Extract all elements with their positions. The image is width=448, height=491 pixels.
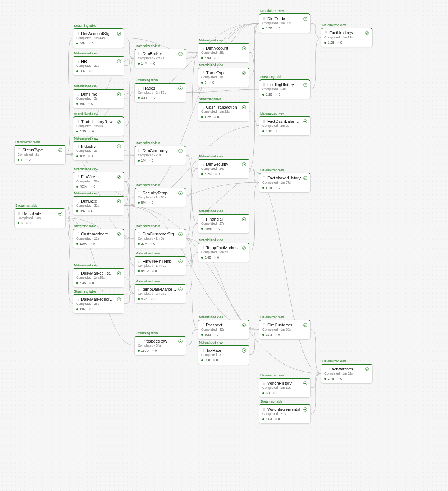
- node-metrics: 5.4B≡0: [76, 281, 121, 285]
- node-row-count: 5: [205, 81, 206, 84]
- svg-point-207: [263, 85, 264, 86]
- node-factHoldings[interactable]: Materialized viewFactHoldingsCompleted ·…: [321, 28, 373, 47]
- node-row-count: 1.2B: [266, 93, 273, 96]
- svg-point-24: [78, 61, 79, 62]
- status-dot-icon: [201, 82, 203, 84]
- edge-dimCustomerStg-prospect: [186, 238, 198, 329]
- node-holdingHistory[interactable]: Streaming tableHoldingHistoryCompleted ·…: [259, 79, 311, 99]
- node-trades[interactable]: Streaming tableTradesCompleted · 2m 53s3…: [134, 83, 186, 103]
- node-tradeHistoryRaw[interactable]: Materialized viewTradeHistoryRawComplete…: [73, 116, 124, 136]
- node-watchHistory[interactable]: Materialized viewWatchHistoryCompleted ·…: [259, 378, 311, 398]
- bars-icon: ≡: [149, 159, 150, 162]
- edge-dimSecurity-factMarketHistory: [249, 169, 259, 182]
- node-factMarketHistory[interactable]: Materialized viewFactMarketHistoryComple…: [259, 173, 311, 193]
- node-hr[interactable]: Materialized viewHRCompleted · 32s50M≡0: [73, 56, 124, 76]
- svg-point-124: [140, 262, 140, 263]
- svg-point-9: [18, 213, 19, 214]
- node-finwireFinTemp[interactable]: Materialized viewFinwireFinTempCompleted…: [134, 256, 186, 276]
- node-row-count: 5.4B: [80, 281, 86, 285]
- edge-tradeType-dimTrade: [249, 23, 259, 77]
- node-dimTime[interactable]: Materialized viewDimTimeCompleted · 3s86…: [73, 89, 124, 109]
- node-metrics: 5.4B≡0: [201, 256, 246, 259]
- success-check-icon: [242, 217, 246, 221]
- status-dot-icon: [201, 116, 203, 118]
- node-metrics: 1M≡0: [138, 159, 183, 162]
- success-check-icon: [242, 46, 246, 50]
- status-dot-icon: [76, 210, 78, 212]
- node-dimCompany[interactable]: Materialized viewDimCompanyCompleted · 2…: [134, 146, 186, 165]
- bars-icon: ≡: [337, 377, 339, 381]
- node-metrics: 50M≡0: [201, 333, 246, 337]
- bars-icon: ≡: [276, 93, 277, 96]
- svg-point-147: [202, 71, 202, 72]
- edge-dimCompany-dimSecurity: [186, 155, 198, 169]
- drag-handle-icon: [138, 52, 141, 56]
- status-dot-icon: [76, 282, 78, 284]
- node-prospectRaw[interactable]: Streaming tableProspectRawCompleted · 34…: [134, 336, 186, 356]
- node-dimCustomer[interactable]: Materialized viewDimCustomerCompleted · …: [259, 320, 311, 340]
- node-secondary-count: 0: [279, 93, 280, 96]
- svg-point-20: [117, 32, 121, 35]
- edge-dimSecurity-factWatches: [249, 169, 321, 373]
- status-dot-icon: [18, 159, 19, 161]
- edge-hr-dimBroker: [124, 58, 134, 66]
- node-metrics: 1.2B≡0: [262, 93, 307, 96]
- svg-point-101: [140, 150, 140, 151]
- node-prospect[interactable]: Materialized viewProspectCompleted · 42s…: [198, 320, 249, 340]
- node-dailyMarketIncr[interactable]: Streaming tableDailyMarketIncrem...Compl…: [73, 294, 124, 314]
- node-tempFactMH[interactable]: Materialized viewTempFactMarketH...Compl…: [198, 243, 249, 262]
- node-title: WatchHistory: [267, 381, 301, 385]
- node-factWatches[interactable]: Materialized viewFactWatchesCompleted · …: [321, 364, 373, 384]
- drag-handle-icon: [201, 162, 204, 166]
- node-dimBroker[interactable]: Materialized viewDimBrokerCompleted · 2m…: [134, 49, 186, 68]
- node-batchDate[interactable]: Streaming tableBatchDateCompleted · 20s3…: [14, 208, 66, 228]
- node-cashTransaction[interactable]: Streaming tableCashTransactionCompleted …: [198, 102, 249, 122]
- node-dimAccountStg[interactable]: Streaming tableDimAccountStgCompleted · …: [73, 28, 124, 48]
- drag-handle-icon: [201, 71, 204, 75]
- svg-point-91: [138, 87, 139, 87]
- node-industry[interactable]: Materialized viewIndustryCompleted · 2s1…: [73, 141, 124, 161]
- node-type-label: Materialized view: [74, 84, 98, 88]
- node-metrics: 480M≡0: [201, 227, 246, 231]
- node-row-count: 26K: [80, 209, 85, 213]
- node-dimTrade[interactable]: Materialized viewDimTradeCompleted · 2m …: [259, 13, 311, 33]
- node-watchIncremental[interactable]: Streaming tableWatchIncrementalCompleted…: [259, 404, 311, 424]
- node-dailyMarketHist[interactable]: Materialized viewDailyMarketHistori...Co…: [73, 268, 124, 288]
- node-securityTemp[interactable]: Materialized viewSecurityTempCompleted ·…: [134, 188, 186, 207]
- node-factCashBalances[interactable]: Materialized viewFactCashBalancesComplet…: [259, 116, 311, 136]
- svg-point-40: [78, 122, 79, 123]
- svg-point-71: [78, 272, 79, 272]
- node-financial[interactable]: Materialized viewFinancialCompleted · 27…: [198, 214, 249, 234]
- node-finWire[interactable]: Materialized viewFinWireCompleted · 56s4…: [73, 172, 124, 191]
- drag-handle-icon: [76, 297, 79, 301]
- svg-point-199: [264, 18, 265, 19]
- drag-handle-icon: [76, 92, 79, 96]
- node-status: Completed · 42s: [201, 328, 246, 331]
- node-secondary-count: 0: [279, 129, 280, 133]
- node-title: FinWire: [81, 175, 115, 179]
- node-type-label: Streaming table: [74, 224, 96, 228]
- node-secondary-count: 0: [212, 81, 214, 84]
- node-secondary-count: 0: [218, 172, 220, 176]
- node-title: WatchIncremental: [267, 407, 301, 412]
- success-check-icon: [303, 407, 307, 412]
- node-row-count: 22M: [266, 333, 272, 337]
- node-dimSecurity[interactable]: Materialized viewDimSecurityCompleted · …: [198, 159, 249, 179]
- node-dimAccount[interactable]: Materialized viewDimAccountCompleted · 2…: [198, 43, 249, 63]
- edge-dailyMarketIncr-tempDailyMH: [124, 294, 134, 304]
- node-statusType[interactable]: Materialized viewStatusTypeCompleted · 2…: [14, 145, 66, 165]
- node-secondary-count: 0: [92, 69, 94, 73]
- drag-handle-icon: [324, 367, 327, 371]
- svg-point-198: [263, 18, 264, 19]
- success-check-icon: [242, 71, 246, 75]
- svg-point-63: [77, 232, 77, 233]
- node-customerIncr[interactable]: Streaming tableCustomerIncreme...Complet…: [73, 229, 124, 248]
- node-tradeType[interactable]: Materialized viewTradeTypeCompleted · 2s…: [198, 68, 249, 87]
- node-tempDailyMH[interactable]: Materialized viewtempDailyMarketH...Comp…: [134, 284, 186, 304]
- svg-point-151: [202, 74, 202, 74]
- node-taxRate[interactable]: Materialized viewTaxRateCompleted · 31s3…: [198, 345, 249, 365]
- node-dimDate[interactable]: Materialized viewDimDateCompleted · 32s2…: [73, 196, 124, 216]
- svg-point-43: [78, 145, 79, 146]
- node-dimCustomerStg[interactable]: Materialized viewDimCustomerStgCompleted…: [134, 229, 186, 248]
- bars-icon: ≡: [89, 281, 91, 285]
